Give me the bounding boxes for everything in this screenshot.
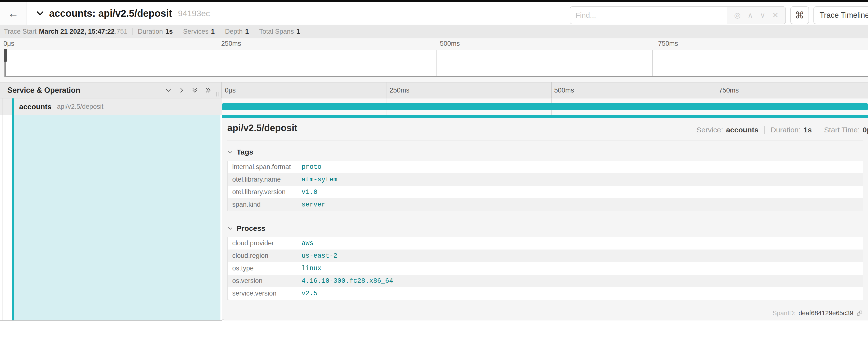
- duration-value: 1s: [804, 126, 812, 134]
- service-label: Service:: [696, 126, 723, 134]
- span-detail-area: api/v2.5/deposit Service: accounts Durat…: [0, 115, 868, 345]
- span-row[interactable]: accounts api/v2.5/deposit: [0, 98, 868, 115]
- duration-value: 1s: [165, 28, 173, 35]
- divider: [227, 141, 863, 141]
- selected-span-highlight: [14, 115, 220, 320]
- process-key: os.version: [228, 277, 302, 285]
- process-row[interactable]: os.type linux: [228, 262, 863, 275]
- divider: [178, 28, 178, 35]
- tag-row[interactable]: span.kind server: [228, 198, 863, 211]
- chevron-down-icon: [227, 149, 233, 155]
- span-operation-name: api/v2.5/deposit: [57, 103, 103, 111]
- trace-start-ms: .751: [115, 28, 128, 35]
- collapse-one-icon[interactable]: [165, 87, 172, 94]
- process-key: os.type: [228, 264, 302, 272]
- span-detail-overview: Service: accounts Duration: 1s Start Tim…: [696, 126, 868, 134]
- process-value: aws: [302, 240, 863, 247]
- minimap-tick: 500ms: [440, 40, 460, 48]
- trace-start-label: Trace Start: [4, 28, 37, 35]
- process-key: cloud.region: [228, 252, 302, 260]
- window-top-edge: [0, 0, 868, 2]
- expand-one-icon[interactable]: [178, 87, 185, 94]
- expand-all-icon[interactable]: [205, 87, 212, 94]
- next-result-icon[interactable]: ∨: [760, 11, 765, 19]
- back-arrow-icon: ←: [8, 7, 19, 20]
- trace-view-label: Trace Timeline: [819, 11, 868, 20]
- duration-label: Duration: [138, 28, 163, 35]
- process-row[interactable]: os.version 4.16.10-300.fc28.x86_64: [228, 275, 863, 287]
- trace-minimap: 0μs 250ms 500ms 750ms: [0, 38, 868, 82]
- trace-view-selector[interactable]: Trace Timeline: [813, 6, 868, 24]
- span-service-name: accounts: [19, 103, 52, 111]
- span-timeline-cell: [222, 98, 868, 115]
- collapse-all-icon[interactable]: [191, 87, 198, 94]
- span-duration-bar[interactable]: [222, 103, 868, 110]
- locate-icon[interactable]: ◎: [734, 11, 740, 19]
- tag-value: proto: [302, 164, 863, 171]
- minimap-tick: 0μs: [3, 40, 14, 48]
- total-spans-label: Total Spans: [259, 28, 294, 35]
- tags-section-toggle[interactable]: Tags: [227, 148, 863, 156]
- tag-row[interactable]: internal.span.format proto: [228, 161, 863, 173]
- process-row[interactable]: cloud.provider aws: [228, 237, 863, 250]
- tags-table: internal.span.format proto otel.library.…: [227, 161, 863, 211]
- chevron-down-icon: [227, 225, 233, 231]
- chevron-down-icon: [36, 9, 44, 18]
- trace-collapse-toggle[interactable]: [36, 9, 44, 18]
- process-table: cloud.provider aws cloud.region us-east-…: [227, 237, 863, 300]
- tag-key: internal.span.format: [228, 163, 302, 171]
- tag-value: v1.0: [302, 189, 863, 196]
- tag-row[interactable]: otel.library.version v1.0: [228, 186, 863, 198]
- process-value: linux: [302, 265, 863, 272]
- process-row[interactable]: service.version v2.5: [228, 287, 863, 300]
- spanid-label: SpanID:: [772, 309, 796, 317]
- service-operation-header: Service & Operation: [7, 86, 80, 95]
- spanid-value: deaf684129e65c39: [799, 309, 853, 317]
- detail-bottom-border: [0, 320, 222, 321]
- divider: [254, 28, 254, 35]
- command-icon: ⌘: [795, 10, 804, 21]
- clear-search-icon[interactable]: ✕: [772, 11, 779, 19]
- total-spans-value: 1: [297, 28, 300, 35]
- timeline-tick-label: 0μs: [225, 86, 236, 94]
- timeline-gridline: [716, 82, 716, 98]
- minimap-tick: 250ms: [221, 40, 241, 48]
- process-value: v2.5: [302, 290, 863, 297]
- start-time-label: Start Time:: [824, 126, 860, 134]
- process-section-title: Process: [237, 224, 266, 233]
- trace-start-value: March 21 2022, 15:47:22: [39, 28, 115, 35]
- depth-label: Depth: [225, 28, 243, 35]
- duration-label: Duration:: [771, 126, 801, 134]
- span-color-accent: [12, 98, 14, 115]
- keyboard-shortcuts-button[interactable]: ⌘: [790, 6, 809, 24]
- timeline-column-header: Service & Operation 0μs 250ms 500ms 750m…: [0, 82, 868, 98]
- process-value: us-east-2: [302, 252, 863, 260]
- start-time-value: 0μs: [863, 126, 868, 134]
- services-label: Services: [183, 28, 209, 35]
- back-button[interactable]: ←: [0, 2, 27, 25]
- process-key: cloud.provider: [228, 239, 302, 247]
- column-resizer[interactable]: [216, 92, 218, 96]
- trace-summary-bar: Trace Start March 21 2022, 15:47:22.751 …: [0, 25, 868, 38]
- minimap-tick: 750ms: [658, 40, 678, 48]
- deep-link-icon[interactable]: [856, 310, 863, 317]
- process-key: service.version: [228, 290, 302, 297]
- minimap-scrubber-handle[interactable]: [4, 49, 7, 62]
- trace-title: accounts: api/v2.5/deposit: [49, 8, 172, 19]
- prev-result-icon[interactable]: ∧: [748, 11, 753, 19]
- tag-row[interactable]: otel.library.name atm-sytem: [228, 173, 863, 186]
- tag-key: otel.library.version: [228, 188, 302, 196]
- depth-value: 1: [245, 28, 249, 35]
- timeline-tick-label: 750ms: [719, 86, 739, 94]
- process-value: 4.16.10-300.fc28.x86_64: [302, 277, 863, 285]
- services-value: 1: [211, 28, 215, 35]
- indent-guide: [2, 98, 2, 115]
- timeline-tick-label: 250ms: [390, 86, 409, 94]
- process-section-toggle[interactable]: Process: [227, 224, 863, 233]
- process-row[interactable]: cloud.region us-east-2: [228, 250, 863, 262]
- span-name-cell[interactable]: accounts api/v2.5/deposit: [0, 98, 222, 115]
- tag-value: server: [302, 201, 863, 208]
- find-input[interactable]: [570, 7, 727, 24]
- minimap-canvas[interactable]: [4, 50, 868, 77]
- service-value: accounts: [726, 126, 758, 134]
